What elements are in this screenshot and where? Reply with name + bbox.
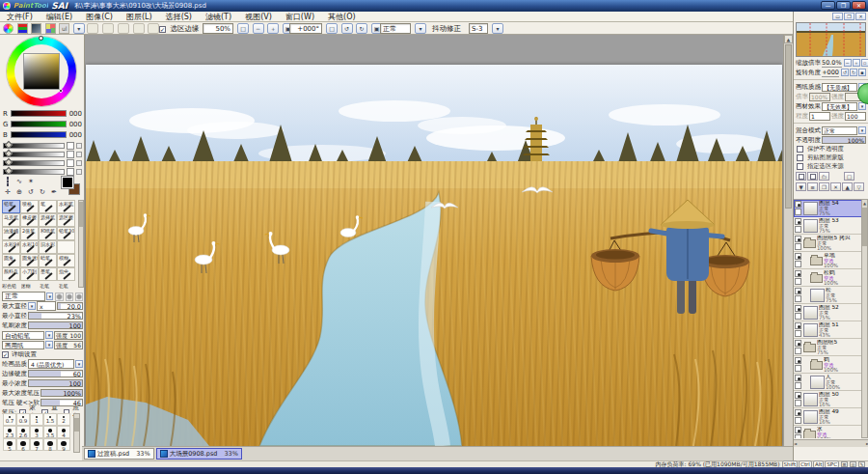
layer-lock-box[interactable] <box>795 226 801 233</box>
nav-zoom-in-button[interactable]: ＋ <box>853 59 860 67</box>
brush-2值笔[interactable]: 2值笔 <box>20 227 39 240</box>
foreground-color-swatch[interactable] <box>62 177 73 188</box>
layer-visibility-icon[interactable] <box>795 236 801 242</box>
layer-visibility-icon[interactable] <box>795 409 801 416</box>
aux-slider-box2[interactable] <box>76 152 82 157</box>
navigator-thumbnail[interactable] <box>796 22 866 57</box>
brush-水彩笔[interactable]: 水彩笔 <box>57 200 75 213</box>
size-9[interactable]: 9 <box>57 438 70 451</box>
layer-lock-box[interactable] <box>795 330 801 337</box>
canvas-vertical-scrollbar[interactable]: ▲ <box>783 35 793 446</box>
brush-blend-mode-dropdown[interactable]: 正常 <box>2 292 45 301</box>
windows-taskbar[interactable] <box>0 467 868 474</box>
layer-option-checkbox[interactable] <box>797 146 803 153</box>
bs2-0-slider[interactable]: 60 <box>28 370 83 377</box>
texture-strength[interactable]: 强度100 <box>54 331 83 340</box>
blend-mode-dropdown[interactable]: 正常 <box>822 126 857 135</box>
bs1-2-slider[interactable]: 100 <box>28 321 83 329</box>
canvas-area[interactable]: ▲ <box>85 35 793 446</box>
deselect-button[interactable] <box>118 23 129 34</box>
brush-shape-icon[interactable] <box>55 293 63 301</box>
layer-row-图层 52[interactable]: 图层 52正常75% <box>794 304 862 321</box>
layer-row-鹤[interactable]: 鹤穿透100% <box>794 356 862 374</box>
layer-visibility-icon[interactable] <box>795 322 801 329</box>
size-2.6[interactable]: 2.6 <box>16 426 30 438</box>
aux-slider-box2[interactable] <box>76 160 82 166</box>
brush-小刀刮[interactable]: 小刀刮 <box>20 267 39 281</box>
quality-dropdown[interactable]: 4 (品质优先) <box>28 359 74 369</box>
panel-detach-button[interactable]: ❐ <box>844 13 854 20</box>
layer-lock-box[interactable] <box>795 365 801 372</box>
layer-visibility-icon[interactable] <box>795 340 801 347</box>
brush-圆角迷糊[interactable]: 圆角迷糊 <box>20 254 39 267</box>
magic-wand-tool[interactable]: ✶ <box>25 177 37 187</box>
rotate-ccw-button[interactable]: ↺ <box>341 23 353 34</box>
canvas-scroll-thumb[interactable] <box>785 44 792 209</box>
brush-shape-icon[interactable] <box>75 293 83 301</box>
new-vector-layer-button[interactable]: ✎ <box>807 172 818 181</box>
layer-row-水[interactable]: 水穿透100% <box>794 426 862 438</box>
quality-menu-button[interactable]: ▾ <box>75 360 83 368</box>
zoom-in-button[interactable]: ＋ <box>267 23 279 34</box>
aux-slider-box[interactable] <box>67 151 74 158</box>
aux-slider-bar[interactable] <box>3 169 65 175</box>
brush-颜料盘[interactable]: 颜料盘 <box>2 267 20 281</box>
color-wheel[interactable] <box>7 37 76 106</box>
size-0.7[interactable]: 0.7 <box>3 413 16 426</box>
effect-strength-value[interactable]: 100 <box>845 112 866 121</box>
brush-蜡笔[interactable]: 蜡笔 <box>39 254 57 267</box>
brush-水彩9稀[interactable]: 水彩9稀 <box>2 240 20 254</box>
merge-down-button[interactable]: ≡ <box>807 182 818 191</box>
aux-slider-box[interactable] <box>67 168 74 176</box>
layer-visibility-icon[interactable] <box>795 392 801 399</box>
layer-visibility-icon[interactable] <box>795 253 801 260</box>
menu-edit[interactable]: 编辑(E) <box>40 12 79 22</box>
aux-slider-box2[interactable] <box>76 169 82 175</box>
brush-喷枪[interactable]: 喷枪 <box>20 200 39 213</box>
rgb-bar[interactable] <box>11 110 67 117</box>
fg-bg-swatches[interactable] <box>60 177 83 198</box>
layer-up-button[interactable]: ▲ <box>842 182 853 191</box>
lasso-tool[interactable]: ∿ <box>14 177 25 187</box>
layer-lock-box[interactable] <box>795 278 801 285</box>
rgb-bar[interactable] <box>11 131 67 138</box>
brush-blend-menu-button[interactable]: ▾ <box>46 293 53 300</box>
minimize-button[interactable]: — <box>821 1 835 10</box>
nav-rotate-cw-button[interactable]: ↻ <box>850 69 857 76</box>
paper-texture-dropdown[interactable]: 【无质感】 <box>822 83 857 92</box>
texture-menu-button[interactable]: ▾ <box>45 331 53 339</box>
bs2-1-slider[interactable]: 100 <box>28 379 83 387</box>
brush-水彩10浓[interactable]: 水彩10浓 <box>20 240 39 254</box>
canvas-effect-dropdown[interactable]: 【无效果】 <box>822 102 857 111</box>
restore-button[interactable]: ❐ <box>836 1 851 10</box>
size-2[interactable]: 2 <box>57 413 70 426</box>
opacity-slider[interactable]: 100% <box>822 136 866 144</box>
color-wheel-panel-icon[interactable] <box>3 23 14 34</box>
bs2-3-slider[interactable]: 46 <box>41 399 83 406</box>
rect-select-tool[interactable] <box>2 177 14 187</box>
document-tab-过渡稿.psd[interactable]: 过渡稿.psd33% <box>84 448 154 460</box>
stabilizer-menu-button[interactable]: ▾ <box>492 23 503 34</box>
layer-visibility-icon[interactable] <box>795 270 801 277</box>
layer-lock-box[interactable] <box>795 400 801 406</box>
size-0.9[interactable]: 0.9 <box>16 413 30 426</box>
layer-row-人[interactable]: 人正常100% <box>794 374 862 391</box>
layer-option-保护不透明度[interactable]: 保护不透明度 <box>794 145 868 153</box>
layer-lock-box[interactable] <box>795 261 801 267</box>
rotate-cw-button[interactable]: ↻ <box>356 23 367 34</box>
panel-close-button[interactable]: ✕ <box>855 13 866 20</box>
title-bar[interactable]: PaintTool SAI 私\李涛\事事大米\0910改\大场景0908.ps… <box>0 0 868 12</box>
panel-collapse-button[interactable]: ▭ <box>832 13 843 20</box>
brush-圆角[interactable]: 圆角 <box>2 254 20 267</box>
new-layer-button[interactable] <box>796 172 806 181</box>
scratchpad-panel-icon[interactable]: ul <box>59 23 69 34</box>
brush-和纸笔[interactable]: 和纸笔 <box>39 227 57 240</box>
layer-down-button[interactable]: ▽ <box>854 182 864 191</box>
eyedropper-tool[interactable]: ✒ <box>48 187 60 198</box>
aux-slider[interactable] <box>3 150 82 158</box>
size-2.3[interactable]: 2.3 <box>3 426 16 438</box>
rotation-value-box[interactable]: +000° <box>289 23 322 34</box>
layer-option-checkbox[interactable] <box>797 163 803 170</box>
layer-lock-box[interactable] <box>795 417 801 424</box>
transfer-down-button[interactable]: ▼ <box>796 182 806 191</box>
